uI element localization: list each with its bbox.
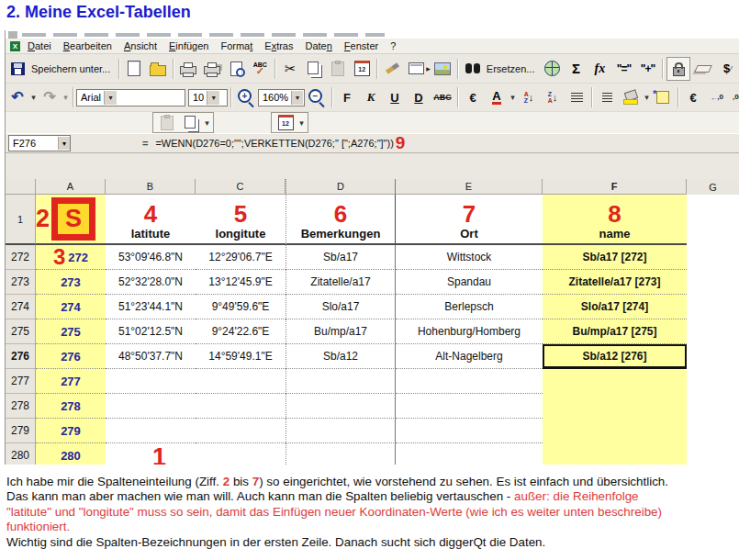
cell-F279[interactable] <box>543 419 687 443</box>
font-color-dropdown-icon[interactable]: ▾ <box>509 93 517 102</box>
formula-text[interactable]: =WENN(D276=0;"";VERKETTEN(D276;" [";A276… <box>155 138 393 149</box>
cell-D274[interactable]: Slo/a17 <box>286 295 396 319</box>
print-preview-icon[interactable] <box>225 57 247 81</box>
row-header-275[interactable]: 275 <box>6 319 36 344</box>
italic-icon[interactable]: K <box>360 85 382 109</box>
menu-item-extras[interactable]: Extras <box>264 40 293 51</box>
zoom-combobox[interactable]: 160% ▾ <box>258 89 305 106</box>
insert-cells-icon[interactable] <box>652 85 674 109</box>
cell-C280[interactable] <box>196 443 286 465</box>
insert-plus-icon[interactable]: "+" <box>636 57 658 81</box>
zoom-out-icon[interactable]: − <box>306 85 328 109</box>
cell-D278[interactable] <box>286 394 396 419</box>
cell-D272[interactable]: Sb/a17 <box>286 245 396 270</box>
cell-A1[interactable]: 2 S <box>36 195 106 245</box>
align-right-icon[interactable] <box>596 85 618 109</box>
cell-D280[interactable] <box>286 443 396 465</box>
row-header-274[interactable]: 274 <box>6 295 36 319</box>
row-header-1[interactable]: 1 <box>6 195 36 245</box>
cell-G278[interactable] <box>687 394 739 419</box>
cell-D276[interactable]: Sb/a12 <box>286 344 396 369</box>
cell-B278[interactable] <box>106 394 196 419</box>
column-header-E[interactable]: E <box>396 179 543 195</box>
row-header-272[interactable]: 272 <box>6 245 36 270</box>
cell-F1[interactable]: 8 name <box>543 195 687 245</box>
eraser-icon[interactable] <box>692 57 714 81</box>
euro-format-icon[interactable]: € <box>682 85 704 109</box>
cell-G273[interactable] <box>687 270 739 295</box>
cell-C279[interactable] <box>196 419 286 443</box>
cell-F278[interactable] <box>543 394 687 419</box>
cell-E273[interactable]: Spandau <box>396 270 543 295</box>
cell-C275[interactable]: 9°24'22.6"E <box>196 319 286 344</box>
cell-E277[interactable] <box>396 369 543 394</box>
column-header-B[interactable]: B <box>106 179 196 195</box>
open-file-icon[interactable] <box>147 57 169 81</box>
cell-A280[interactable]: 280 <box>36 443 106 465</box>
paste-icon[interactable] <box>327 57 349 81</box>
properties-icon[interactable] <box>405 57 427 81</box>
cell-A278[interactable]: 278 <box>36 394 106 419</box>
cell-C273[interactable]: 13°12'45.9"E <box>196 270 286 295</box>
cell-F277[interactable] <box>543 369 687 394</box>
copy-icon[interactable] <box>303 57 325 81</box>
cell-F275[interactable]: Bu/mp/a17 [275] <box>543 319 687 344</box>
excel-app-icon[interactable]: X <box>10 41 20 51</box>
cell-E1[interactable]: 7 Ort <box>396 195 543 245</box>
fill-color-dropdown-icon[interactable]: ▾ <box>643 93 651 102</box>
size-dropdown-icon[interactable]: ▾ <box>207 91 219 105</box>
increase-decimal-icon[interactable]: ←,0 <box>706 85 728 109</box>
cell-D279[interactable] <box>286 419 396 443</box>
cell-D273[interactable]: Zitatelle/a17 <box>286 270 396 295</box>
row-header-277[interactable]: 277 <box>6 369 36 394</box>
font-name-combobox[interactable]: Arial ▾ <box>76 89 185 106</box>
cell-G272[interactable] <box>687 245 739 270</box>
font-dropdown-icon[interactable]: ▾ <box>104 91 117 105</box>
cell-F276[interactable]: Sb/a12 [276] <box>543 344 687 369</box>
cell-B275[interactable]: 51°02'12.5"N <box>106 319 196 344</box>
cell-A273[interactable]: 273 <box>36 270 106 295</box>
cell-A276[interactable]: 276 <box>36 344 106 369</box>
cell-F274[interactable]: Slo/a17 [274] <box>543 295 687 319</box>
menu-item-datei[interactable]: Datei <box>28 40 51 51</box>
cell-E275[interactable]: Hohenburg/Homberg <box>396 319 543 344</box>
cell-F272[interactable]: Sb/a17 [272] <box>543 245 687 270</box>
column-header-D[interactable]: D <box>286 179 396 195</box>
undo-dropdown-icon[interactable]: ▾ <box>29 93 38 102</box>
double-underline-icon[interactable]: D <box>408 85 430 109</box>
cell-C1[interactable]: 5 longitute <box>196 195 286 245</box>
copy-dropdown-icon[interactable]: ▾ <box>203 118 211 128</box>
sort-ascending-icon[interactable]: AZ ↓ <box>518 85 540 109</box>
underline-icon[interactable]: U <box>384 85 406 109</box>
name-box[interactable]: F276 ▾ <box>8 135 71 151</box>
redo-dropdown-icon[interactable]: ▾ <box>62 93 70 102</box>
cell-B280[interactable] <box>106 443 196 465</box>
menu-item-?[interactable]: ? <box>390 40 396 51</box>
calendar-icon[interactable]: 12 <box>274 114 297 132</box>
cell-E279[interactable] <box>396 419 543 443</box>
cell-G276[interactable] <box>687 344 739 369</box>
cell-E276[interactable]: Alt-Nagelberg <box>396 344 543 369</box>
insert-equals-icon[interactable]: "=" <box>612 57 634 81</box>
autosum-icon[interactable]: Σ <box>565 57 587 81</box>
row-header-279[interactable]: 279 <box>6 419 36 443</box>
cell-G275[interactable] <box>687 319 739 344</box>
cell-C272[interactable]: 12°29'06.7"E <box>196 245 286 270</box>
cell-C278[interactable] <box>196 394 286 419</box>
cell-A272[interactable]: 3272 <box>36 245 106 270</box>
column-header-C[interactable]: C <box>196 179 286 195</box>
cell-G274[interactable] <box>687 295 739 319</box>
paste-icon[interactable] <box>156 114 178 132</box>
cell-D277[interactable] <box>286 369 396 394</box>
lock-icon[interactable] <box>666 57 690 81</box>
bold-icon[interactable]: F <box>336 85 358 109</box>
column-header-G[interactable]: G <box>687 179 739 195</box>
font-size-combobox[interactable]: 10 ▾ <box>188 89 228 106</box>
row-header-280[interactable]: 280 <box>6 443 36 465</box>
menu-item-format[interactable]: Format <box>220 40 252 51</box>
cell-D275[interactable]: Bu/mp/a17 <box>286 319 396 344</box>
cell-B1[interactable]: 4 latitute <box>106 195 196 245</box>
cell-C277[interactable] <box>196 369 286 394</box>
select-all-corner[interactable] <box>6 179 36 195</box>
name-box-dropdown-icon[interactable]: ▾ <box>58 137 70 150</box>
